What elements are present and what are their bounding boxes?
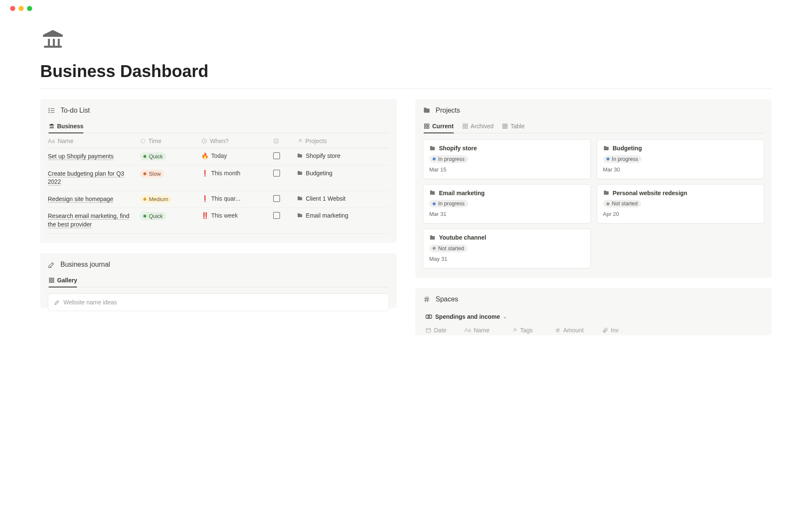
status-badge: Not started	[603, 200, 641, 207]
projects-panel: Projects Current Archived	[415, 99, 772, 278]
project-card[interactable]: Shopify store In progress Mar 15	[423, 139, 591, 179]
board-icon	[462, 123, 468, 129]
journal-title[interactable]: Business journal	[60, 261, 110, 268]
table-row[interactable]: Research email marketing, find the best …	[48, 208, 389, 233]
project-link[interactable]: Budgeting	[297, 170, 386, 177]
tab-business-label: Business	[57, 123, 83, 130]
todo-title[interactable]: To-do List	[60, 107, 90, 114]
window-traffic-lights	[0, 0, 812, 11]
project-date: Mar 31	[429, 211, 584, 217]
spaces-panel: Spaces Spendings and income ⌄ Date Aa	[415, 288, 772, 335]
project-card-title: Email marketing	[439, 190, 485, 196]
checkbox[interactable]	[273, 195, 280, 202]
tab-business[interactable]: Business	[49, 120, 83, 133]
page-title[interactable]: Business Dashboard	[40, 62, 772, 81]
svg-point-4	[49, 110, 49, 111]
project-card[interactable]: Budgeting In progress Mar 30	[597, 139, 765, 179]
checkbox[interactable]	[273, 212, 280, 219]
project-card-title: Youtube channel	[439, 234, 486, 241]
sp-col-name[interactable]: Aa Name	[464, 327, 507, 334]
svg-rect-20	[52, 281, 54, 282]
project-date: Apr 20	[603, 211, 758, 217]
tab-table[interactable]: Table	[502, 120, 524, 133]
spaces-columns: Date Aa Name Tags Amount	[423, 323, 764, 334]
journal-card[interactable]: Website name ideas	[48, 293, 389, 311]
col-time[interactable]: Time	[148, 138, 162, 144]
svg-line-12	[141, 142, 142, 143]
svg-rect-18	[52, 278, 54, 279]
calendar-icon	[425, 327, 431, 333]
journal-panel: Business journal Gallery	[40, 253, 397, 308]
svg-point-39	[428, 316, 430, 318]
checkbox[interactable]	[273, 152, 280, 159]
projects-tabs: Current Archived Table	[423, 120, 764, 133]
todo-tabs: Business	[48, 120, 389, 133]
spaces-view-select[interactable]: Spendings and income ⌄	[423, 309, 507, 323]
time-pill: Slow	[140, 170, 164, 178]
status-badge: In progress	[429, 155, 468, 163]
svg-rect-40	[426, 328, 431, 332]
sp-col-tags[interactable]: Tags	[512, 327, 550, 334]
project-link[interactable]: Client 1 Websit	[297, 195, 386, 202]
col-when[interactable]: When?	[210, 138, 228, 144]
svg-rect-29	[503, 124, 508, 129]
project-card-title: Shopify store	[439, 145, 477, 152]
checkbox[interactable]	[273, 170, 280, 177]
project-card[interactable]: Personal website redesign Not started Ap…	[597, 184, 765, 224]
folder-icon	[297, 153, 303, 159]
col-name[interactable]: Name	[58, 138, 73, 144]
fullscreen-window-icon[interactable]	[27, 6, 32, 11]
todo-name[interactable]: Set up Shopify payments	[48, 152, 137, 161]
svg-rect-19	[49, 281, 51, 282]
tab-current[interactable]: Current	[424, 120, 454, 133]
svg-rect-27	[463, 127, 464, 128]
svg-rect-25	[463, 124, 464, 126]
table-row[interactable]: Set up Shopify payments Quick 🔥Today Sho…	[48, 148, 389, 166]
tab-table-label: Table	[510, 123, 524, 130]
hash-icon	[423, 295, 431, 303]
minimize-window-icon[interactable]	[19, 6, 24, 11]
folder-icon	[297, 170, 303, 176]
sp-col-date[interactable]: Date	[425, 327, 459, 334]
table-row[interactable]: Redesign site homepage Medium ❗This quar…	[48, 190, 389, 208]
project-link[interactable]: Email marketing	[297, 212, 386, 219]
project-date: Mar 30	[603, 166, 758, 173]
project-card[interactable]: Youtube channel Not started May 31	[423, 229, 591, 268]
spaces-title[interactable]: Spaces	[436, 295, 458, 303]
svg-line-36	[425, 296, 426, 302]
board-icon	[424, 123, 430, 129]
projects-title[interactable]: Projects	[436, 107, 460, 114]
svg-line-37	[428, 296, 428, 302]
sp-col-amount[interactable]: Amount	[555, 327, 597, 334]
spaces-view-label: Spendings and income	[435, 313, 500, 320]
project-link[interactable]: Shopify store	[297, 152, 386, 159]
folder-icon	[603, 145, 609, 152]
svg-point-5	[49, 112, 49, 113]
money-icon	[425, 313, 432, 320]
table-row[interactable]: Create budgeting plan for Q3 2022 Slow ❗…	[48, 165, 389, 190]
spinner-icon	[140, 138, 146, 144]
todo-name[interactable]: Research email marketing, find the best …	[48, 212, 137, 229]
todo-name[interactable]: Create budgeting plan for Q3 2022	[48, 170, 137, 186]
project-card[interactable]: Email marketing In progress Mar 31	[423, 184, 591, 224]
sp-col-invoice[interactable]: Inv	[602, 327, 619, 334]
svg-rect-24	[427, 127, 429, 128]
svg-rect-28	[466, 127, 467, 128]
close-window-icon[interactable]	[10, 6, 15, 11]
table-icon	[502, 123, 508, 129]
attachment-icon	[602, 327, 608, 333]
svg-rect-21	[425, 124, 426, 126]
todo-table: AaName Time When? Projects Set up Shopif…	[48, 133, 389, 234]
tab-gallery[interactable]: Gallery	[49, 274, 77, 287]
svg-rect-26	[466, 124, 467, 126]
page-emoji-icon[interactable]	[40, 28, 772, 52]
svg-rect-22	[427, 124, 429, 126]
hash-small-icon	[555, 327, 561, 333]
checkbox-icon	[273, 138, 279, 144]
col-projects[interactable]: Projects	[305, 138, 327, 144]
tab-archived[interactable]: Archived	[462, 120, 494, 133]
divider	[40, 88, 772, 89]
svg-rect-17	[49, 278, 51, 279]
when-value: ❗This month	[201, 170, 269, 177]
todo-name[interactable]: Redesign site homepage	[48, 195, 137, 204]
